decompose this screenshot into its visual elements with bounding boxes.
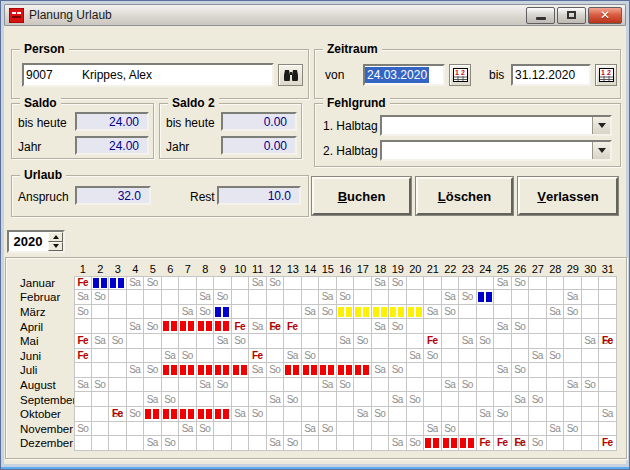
day-cell-juni-22[interactable]	[442, 349, 460, 364]
day-cell-mai-26[interactable]	[512, 334, 530, 349]
day-cell-januar-27[interactable]	[529, 276, 547, 291]
day-cell-april-28[interactable]	[547, 319, 565, 334]
day-cell-november-20[interactable]	[407, 422, 425, 437]
day-cell-januar-19[interactable]: So	[389, 276, 407, 291]
day-cell-märz-13[interactable]	[284, 305, 302, 320]
day-cell-märz-6[interactable]	[162, 305, 180, 320]
day-cell-juni-9[interactable]	[214, 349, 232, 364]
day-cell-märz-22[interactable]: So	[442, 305, 460, 320]
halbtag1-dropdown[interactable]	[380, 115, 612, 136]
day-cell-oktober-8[interactable]	[197, 407, 215, 422]
day-cell-dezember-14[interactable]	[302, 436, 320, 451]
day-cell-november-24[interactable]	[477, 422, 495, 437]
day-cell-juni-16[interactable]	[337, 349, 355, 364]
day-cell-januar-20[interactable]	[407, 276, 425, 291]
day-cell-februar-22[interactable]: Sa	[442, 290, 460, 305]
minimize-button[interactable]	[526, 7, 555, 24]
day-cell-april-13[interactable]: Fe	[284, 319, 302, 334]
day-cell-november-13[interactable]	[284, 422, 302, 437]
day-cell-august-23[interactable]: So	[459, 378, 477, 393]
day-cell-mai-7[interactable]	[179, 334, 197, 349]
day-cell-november-25[interactable]	[494, 422, 512, 437]
day-cell-märz-16[interactable]	[337, 305, 355, 320]
day-cell-mai-16[interactable]: Sa	[337, 334, 355, 349]
day-cell-juni-2[interactable]	[92, 349, 110, 364]
day-cell-februar-26[interactable]	[512, 290, 530, 305]
day-cell-august-11[interactable]	[249, 378, 267, 393]
day-cell-mai-27[interactable]	[529, 334, 547, 349]
day-cell-januar-15[interactable]	[319, 276, 337, 291]
day-cell-märz-29[interactable]: So	[564, 305, 582, 320]
day-cell-februar-9[interactable]: So	[214, 290, 232, 305]
day-cell-august-13[interactable]	[284, 378, 302, 393]
day-cell-februar-16[interactable]: So	[337, 290, 355, 305]
day-cell-juli-30[interactable]	[582, 363, 600, 378]
day-cell-august-10[interactable]	[232, 378, 250, 393]
day-cell-juli-10[interactable]	[232, 363, 250, 378]
day-cell-oktober-28[interactable]	[547, 407, 565, 422]
day-cell-märz-9[interactable]	[214, 305, 232, 320]
day-cell-juni-5[interactable]	[144, 349, 162, 364]
day-cell-juli-16[interactable]	[337, 363, 355, 378]
day-cell-februar-25[interactable]	[494, 290, 512, 305]
day-cell-oktober-2[interactable]	[92, 407, 110, 422]
day-cell-september-1[interactable]	[74, 392, 92, 407]
day-cell-september-30[interactable]	[582, 392, 600, 407]
day-cell-august-8[interactable]: Sa	[197, 378, 215, 393]
day-cell-april-10[interactable]: Fe	[232, 319, 250, 334]
day-cell-juli-6[interactable]	[162, 363, 180, 378]
buchen-button[interactable]: Buchen	[312, 177, 411, 215]
day-cell-juni-31[interactable]	[599, 349, 617, 364]
day-cell-januar-4[interactable]: Sa	[127, 276, 145, 291]
day-cell-februar-20[interactable]	[407, 290, 425, 305]
day-cell-januar-10[interactable]	[232, 276, 250, 291]
day-cell-september-27[interactable]: So	[529, 392, 547, 407]
day-cell-märz-3[interactable]	[109, 305, 127, 320]
day-cell-juli-22[interactable]	[442, 363, 460, 378]
day-cell-november-23[interactable]	[459, 422, 477, 437]
day-cell-märz-21[interactable]: Sa	[424, 305, 442, 320]
day-cell-januar-3[interactable]	[109, 276, 127, 291]
day-cell-august-29[interactable]: Sa	[564, 378, 582, 393]
day-cell-märz-5[interactable]	[144, 305, 162, 320]
day-cell-oktober-3[interactable]: SaFe	[109, 407, 127, 422]
day-cell-februar-27[interactable]	[529, 290, 547, 305]
day-cell-dezember-15[interactable]	[319, 436, 337, 451]
day-cell-dezember-23[interactable]	[459, 436, 477, 451]
day-cell-mai-3[interactable]: So	[109, 334, 127, 349]
year-spin-down-button[interactable]	[48, 242, 63, 252]
day-cell-august-19[interactable]	[389, 378, 407, 393]
day-cell-september-28[interactable]	[547, 392, 565, 407]
day-cell-februar-15[interactable]: Sa	[319, 290, 337, 305]
day-cell-august-27[interactable]	[529, 378, 547, 393]
day-cell-november-15[interactable]: So	[319, 422, 337, 437]
day-cell-november-8[interactable]: So	[197, 422, 215, 437]
day-cell-august-31[interactable]	[599, 378, 617, 393]
day-cell-februar-28[interactable]	[547, 290, 565, 305]
day-cell-oktober-27[interactable]	[529, 407, 547, 422]
day-cell-september-21[interactable]	[424, 392, 442, 407]
day-cell-januar-26[interactable]: So	[512, 276, 530, 291]
day-cell-august-3[interactable]	[109, 378, 127, 393]
day-cell-februar-10[interactable]	[232, 290, 250, 305]
day-cell-januar-16[interactable]	[337, 276, 355, 291]
day-cell-dezember-18[interactable]	[372, 436, 390, 451]
day-cell-juni-24[interactable]	[477, 349, 495, 364]
day-cell-juni-15[interactable]	[319, 349, 337, 364]
day-cell-august-28[interactable]	[547, 378, 565, 393]
day-cell-april-29[interactable]	[564, 319, 582, 334]
day-cell-mai-30[interactable]: Sa	[582, 334, 600, 349]
day-cell-dezember-4[interactable]	[127, 436, 145, 451]
day-cell-november-31[interactable]	[599, 422, 617, 437]
day-cell-november-21[interactable]: Sa	[424, 422, 442, 437]
day-cell-dezember-21[interactable]	[424, 436, 442, 451]
day-cell-oktober-13[interactable]	[284, 407, 302, 422]
day-cell-dezember-20[interactable]: So	[407, 436, 425, 451]
day-cell-oktober-22[interactable]	[442, 407, 460, 422]
day-cell-dezember-31[interactable]: Fe	[599, 436, 617, 451]
day-cell-mai-20[interactable]	[407, 334, 425, 349]
day-cell-mai-19[interactable]	[389, 334, 407, 349]
maximize-button[interactable]	[557, 7, 586, 24]
day-cell-märz-10[interactable]	[232, 305, 250, 320]
day-cell-juni-28[interactable]: So	[547, 349, 565, 364]
